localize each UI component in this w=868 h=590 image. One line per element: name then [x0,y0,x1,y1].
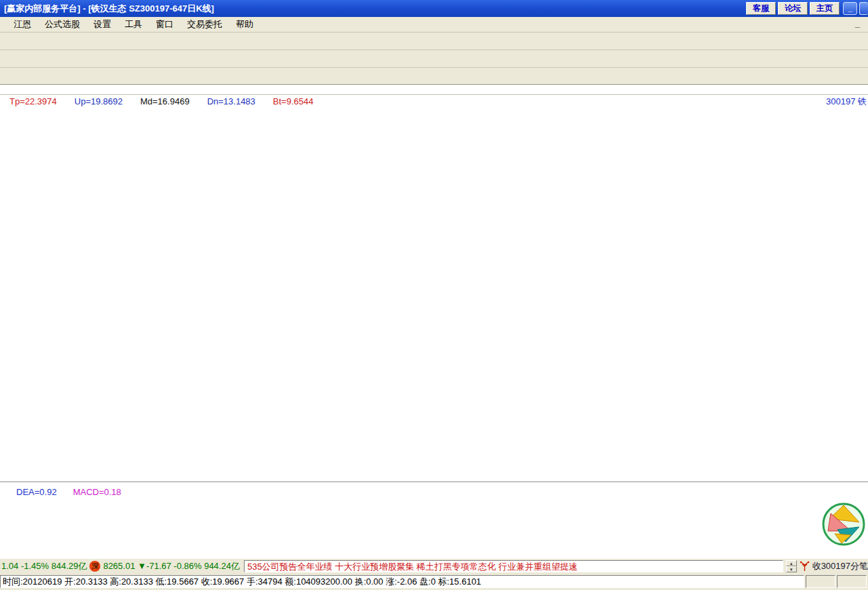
menu-bar: 江恩公式选股设置工具窗口交易委托帮助_ [0,17,868,33]
macd-value: MACD=0.18 [73,487,121,497]
shenzhen-index-icon: 深 [89,561,100,572]
maximize-button[interactable] [859,2,868,15]
macd-chart-canvas[interactable] [0,483,868,558]
status-bar-ohlc: 时间:20120619 开:20.3133 高:20.3133 低:19.566… [0,573,868,590]
window-title: [赢家内部服务平台] - [铁汉生态 SZ300197-647日K线] [4,3,214,15]
date-axis [0,85,868,95]
toolbar-charts [0,33,868,50]
symbol-label: 300197 铁 [826,96,867,108]
minimize-button[interactable]: _ [843,2,857,15]
md-value: Md=16.9469 [140,96,190,106]
gann-logo [821,500,866,555]
status-cell-a [806,575,835,588]
receive-status: 收300197分笔 [812,560,868,572]
index-b-quote: 8265.01 ▼-71.67 -0.86% 944.24亿 [103,560,240,572]
spinner-up-icon[interactable]: ▲ [786,560,797,566]
title-bar: [赢家内部服务平台] - [铁汉生态 SZ300197-647日K线] 客服 论… [0,0,868,17]
dea-value: DEA=0.92 [16,487,57,497]
service-button[interactable]: 客服 [746,2,776,15]
macd-values-line: DEA=0.92 MACD=0.18 [16,487,121,497]
status-bar-indexes: 1.04 -1.45% 844.29亿 深 8265.01 ▼-71.67 -0… [0,558,868,573]
ohlc-readout: 时间:20120619 开:20.3133 高:20.3133 低:19.566… [0,575,804,588]
ticker-spinner[interactable]: ▲ ▼ [786,560,797,572]
dn-value: Dn=13.1483 [207,96,255,106]
up-value: Up=19.8692 [75,96,123,106]
mdi-minimize-icon[interactable]: _ [855,18,860,28]
status-cell-b [837,575,867,588]
band-values-line: Tp=22.3974 Up=19.8692 Md=16.9469 Dn=13.1… [9,96,313,106]
bt-value: Bt=9.6544 [273,96,314,106]
chart-region: Tp=22.3974 Up=19.8692 Md=16.9469 Dn=13.1… [0,85,868,558]
index-a-quote: 1.04 -1.45% 844.29亿 [1,560,87,572]
forum-button[interactable]: 论坛 [778,2,808,15]
spinner-down-icon[interactable]: ▼ [786,566,797,572]
antenna-icon [800,561,810,572]
homepage-button[interactable]: 主页 [810,2,840,15]
main-chart-canvas[interactable] [0,95,868,483]
news-ticker[interactable]: 535公司预告全年业绩 十大行业预增股聚集 稀土打黑专项常态化 行业兼并重组望提… [244,560,783,572]
tp-value: Tp=22.3974 [9,96,57,106]
toolbar-drawing [0,68,868,85]
toolbar-navigation [0,50,868,68]
